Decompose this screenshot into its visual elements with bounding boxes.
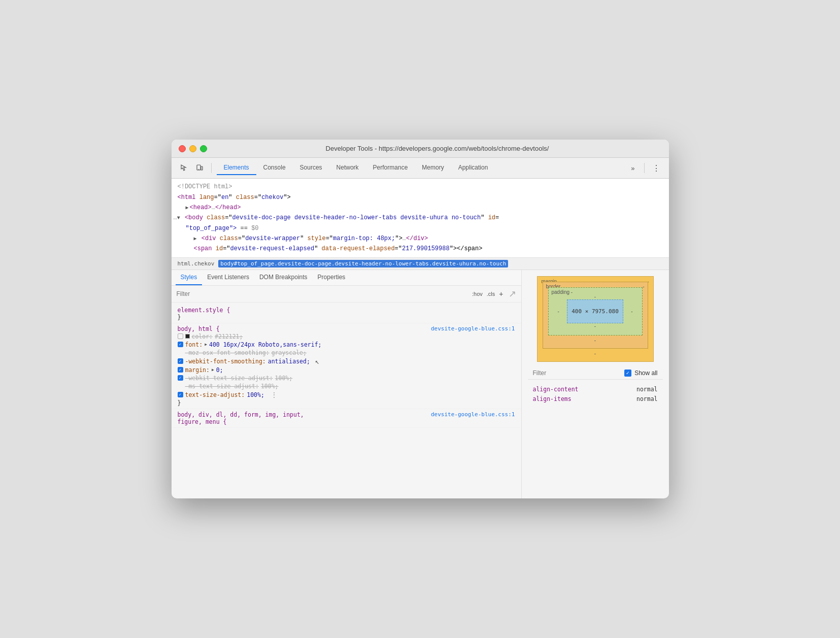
dom-line-span[interactable]: <span id="devsite-request-elapsed" data-… [172,244,669,254]
doctype-text: <!DOCTYPE html> [178,183,232,190]
tab-properties[interactable]: Properties [313,270,351,285]
expand-icon[interactable]: ▶ [186,205,189,211]
css-rule-close: } [178,399,515,407]
dom-line-html[interactable]: <html lang="en" class="chekov"> [172,192,669,203]
color-swatch [185,334,190,339]
css-prop-name-ms-text: -ms-text-size-adjust: [185,383,259,390]
bm-side-row-bot: - [555,323,636,329]
devtools-window: Developer Tools - https://developers.goo… [172,140,669,498]
margin-expand-icon[interactable]: ▶ [212,367,214,372]
bm-left-val: - [555,308,562,315]
show-all-label: Show all [634,370,657,377]
tab-memory[interactable]: Memory [415,161,451,175]
cursor-icon: ↖ [315,357,319,365]
svg-rect-1 [201,166,203,170]
filter-arrow-icon: ↗ [509,288,516,299]
bm-margin-bottom-val: - [594,351,596,356]
breadcrumb-selected[interactable]: body#top_of_page.devsite-doc-page.devsit… [218,260,508,267]
devtools-toolbar: Elements Console Sources Network Perform… [172,158,669,179]
close-button[interactable] [179,145,186,152]
computed-val-align-items: normal [636,395,658,402]
computed-item-align-items: align-items normal [528,394,663,404]
show-all-checkbox[interactable] [624,370,631,377]
css-rule-body-html: body, html { devsite-google-blue.css:1 c… [172,323,521,409]
css-rule-header-2: body, div, dl, dd, form, img, input, dev… [178,411,515,418]
tab-network[interactable]: Network [329,161,366,175]
more-tabs-button[interactable]: » [627,162,639,174]
dom-panel: <!DOCTYPE html> <html lang="en" class="c… [172,179,669,258]
tab-performance[interactable]: Performance [366,161,415,175]
css-source-link-2[interactable]: devsite-google-blue.css:1 [431,411,515,418]
css-checkbox-text-size[interactable] [178,392,183,397]
computed-val-align-content: normal [636,386,658,393]
tab-console[interactable]: Console [256,161,293,175]
css-prop-val-margin: 0; [216,366,223,374]
computed-filter-bar: Show all [528,367,663,380]
computed-prop-align-items: align-items [533,395,572,402]
css-checkbox-font[interactable] [178,342,183,347]
toolbar-separator [211,163,212,173]
css-prop-name-moz: -moz-osx-font-smoothing: [185,349,270,356]
bm-content-size: 400 × 7975.080 [572,308,619,315]
dom-line-body[interactable]: …▼ <body class="devsite-doc-page devsite… [172,213,669,223]
bm-padding-label: padding - [552,289,573,295]
tab-application[interactable]: Application [451,161,495,175]
more-options-icon[interactable]: ⋮ [271,391,278,399]
css-prop-val-text-size: 100%; [247,391,264,398]
dom-line-div[interactable]: ▶ <div class="devsite-wrapper" style="ma… [172,233,669,244]
collapse-icon[interactable]: ▼ [177,215,180,221]
computed-prop-align-content: align-content [533,386,579,393]
bm-margin-bottom-row: - [543,351,648,356]
tab-sources[interactable]: Sources [293,161,329,175]
css-prop-text-size: text-size-adjust: 100%; ⋮ [178,390,515,399]
computed-filter-input[interactable] [533,370,621,377]
filter-cls-button[interactable]: .cls [487,291,495,297]
font-expand-icon[interactable]: ▶ [205,342,207,347]
css-rule-body-div: body, div, dl, dd, form, img, input, dev… [172,409,521,428]
computed-list: align-content normal align-items normal [528,385,663,404]
css-prop-val-webkit-font: antialiased; [268,358,310,365]
css-prop-name-font: font: [185,341,203,348]
css-prop-val-moz: grayscale; [272,349,307,356]
styles-panel: Styles Event Listeners DOM Breakpoints P… [172,270,522,498]
css-checkbox-webkit-text[interactable] [178,375,183,381]
css-prop-val-ms-text: 100%; [261,383,279,390]
traffic-lights [179,145,207,152]
expand-div-icon[interactable]: ▶ [194,236,197,242]
dom-line-head[interactable]: ▶<head>…</head> [172,203,669,213]
show-all-row: Show all [624,370,657,377]
device-toolbar-icon[interactable] [193,161,206,175]
minimize-button[interactable] [189,145,196,152]
bm-top-val: - [594,294,596,299]
tab-dom-breakpoints[interactable]: DOM Breakpoints [254,270,313,285]
css-rule-header: body, html { devsite-google-blue.css:1 [178,325,515,332]
bm-border: border - padding - - - [543,282,648,349]
tab-event-listeners[interactable]: Event Listeners [202,270,254,285]
css-rule-selector-cont: figure, menu { [178,418,515,425]
dom-line-doctype: <!DOCTYPE html> [172,182,669,192]
css-prop-webkit-text: -webkit-text-size-adjust: 100%; [178,374,515,382]
css-checkbox-margin[interactable] [178,367,183,373]
bm-border-bottom-val: - [594,338,596,343]
css-source-link[interactable]: devsite-google-blue.css:1 [431,325,515,332]
toolbar-separator-2 [644,163,645,173]
maximize-button[interactable] [200,145,207,152]
tab-elements[interactable]: Elements [217,161,256,175]
css-checkbox-color[interactable] [178,333,183,339]
filter-input[interactable] [177,290,468,297]
breadcrumb-html[interactable]: html.chekov [178,260,215,267]
add-style-button[interactable]: + [499,290,503,298]
bm-border-bottom-row: - [548,338,643,343]
inspect-element-icon[interactable] [178,161,191,175]
bm-side-row-mid: - 400 × 7975.080 - [555,299,636,323]
css-prop-ms-text: -ms-text-size-adjust: 100%; [178,382,515,390]
computed-item-align-content: align-content normal [528,385,663,394]
css-checkbox-webkit-font[interactable] [178,358,183,364]
devtools-menu-button[interactable]: ⋮ [650,161,663,175]
css-prop-name-color: color: [192,333,213,340]
tab-styles[interactable]: Styles [176,270,203,285]
styles-tab-bar: Styles Event Listeners DOM Breakpoints P… [172,270,521,286]
filter-hov-button[interactable]: :hov [472,291,483,297]
css-prop-color: color: #212121; [178,332,515,341]
bm-padding: padding - - - 400 × 7975.080 [548,287,643,335]
